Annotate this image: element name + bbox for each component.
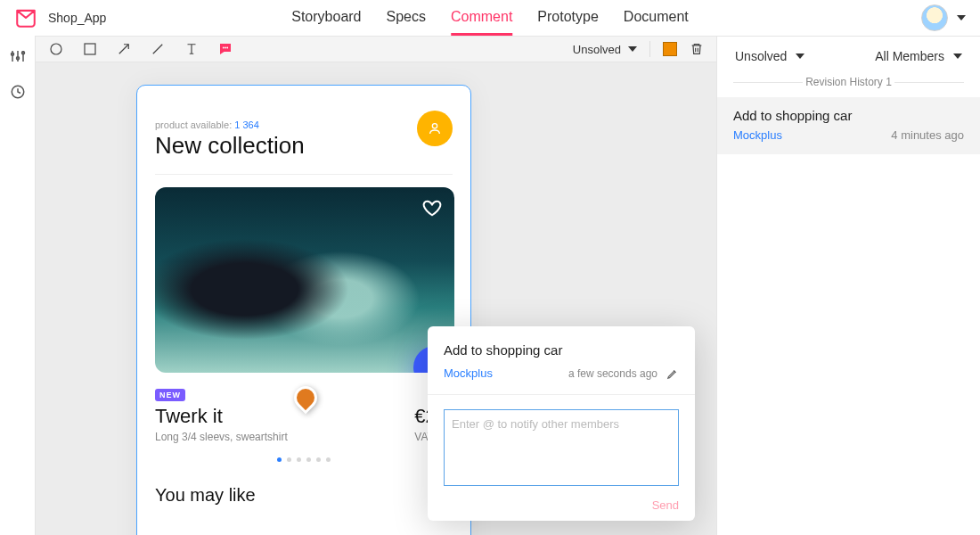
history-icon[interactable]	[10, 84, 26, 100]
svg-point-12	[225, 47, 226, 49]
artboard[interactable]: product available: 1 364 New collection	[136, 85, 471, 535]
artboard-heading: New collection	[155, 132, 453, 160]
product-subtitle: Long 3/4 sleevs, sweartshirt	[155, 431, 288, 443]
comment-item-author: Mockplus	[733, 128, 782, 142]
color-swatch[interactable]	[663, 42, 677, 56]
product-image	[155, 187, 454, 373]
comment-tool-icon[interactable]	[217, 41, 233, 57]
tab-prototype[interactable]: Prototype	[537, 1, 598, 36]
caret-down-icon	[796, 54, 804, 59]
product-card: NEW Twerk it Long 3/4 sleevs, sweartshir…	[155, 187, 453, 462]
edit-icon[interactable]	[666, 367, 679, 380]
svg-point-11	[223, 47, 225, 49]
left-icon-rail	[0, 36, 36, 535]
svg-rect-8	[85, 44, 95, 54]
topbar: Shop_App Storyboard Specs Comment Protot…	[0, 0, 980, 36]
new-badge: NEW	[155, 389, 185, 401]
svg-point-16	[432, 124, 437, 128]
divider	[649, 41, 650, 57]
toolstrip-filter-dropdown[interactable]: Unsolved	[573, 43, 637, 56]
tab-document[interactable]: Document	[624, 1, 689, 36]
heart-icon	[422, 198, 442, 218]
right-panel: Unsolved All Members Revision History 1 …	[716, 36, 980, 535]
divider	[428, 394, 695, 395]
user-avatar[interactable]	[921, 4, 948, 31]
comment-list-item[interactable]: Add to shopping car Mockplus 4 minutes a…	[717, 97, 980, 154]
user-menu-caret-icon[interactable]	[957, 15, 966, 21]
comment-popup-title: Add to shopping car	[444, 342, 679, 358]
you-may-like-heading: You may like	[155, 485, 453, 506]
canvas[interactable]: product available: 1 364 New collection	[36, 62, 716, 535]
main-tabs: Storyboard Specs Comment Prototype Docum…	[291, 1, 689, 36]
svg-line-10	[153, 45, 163, 54]
comment-author[interactable]: Mockplus	[444, 366, 493, 380]
panel-filter-members-dropdown[interactable]: All Members	[875, 49, 962, 63]
comment-popup: Add to shopping car Mockplus a few secon…	[428, 326, 695, 521]
app-logo	[14, 6, 37, 29]
tab-specs[interactable]: Specs	[387, 1, 426, 36]
text-tool-icon[interactable]	[184, 41, 200, 57]
comment-reply-input[interactable]	[444, 409, 679, 486]
caret-down-icon	[628, 46, 637, 52]
project-name: Shop_App	[48, 11, 106, 25]
comment-time: a few seconds ago	[568, 367, 657, 380]
panel-filter-status-dropdown[interactable]: Unsolved	[735, 49, 804, 63]
arrow-tool-icon[interactable]	[116, 41, 132, 57]
svg-line-9	[119, 45, 129, 54]
product-name: Twerk it	[155, 405, 288, 428]
comment-item-title: Add to shopping car	[733, 108, 964, 123]
divider	[155, 174, 453, 175]
toolstrip-filter-label: Unsolved	[573, 43, 621, 56]
tab-storyboard[interactable]: Storyboard	[291, 1, 361, 36]
revision-history-header: Revision History 1	[717, 76, 980, 97]
svg-point-7	[51, 44, 61, 54]
svg-point-13	[226, 47, 228, 49]
line-tool-icon[interactable]	[150, 41, 166, 57]
caret-down-icon	[953, 54, 962, 59]
trash-icon[interactable]	[690, 42, 704, 56]
comment-item-time: 4 minutes ago	[891, 128, 964, 142]
profile-circle-icon	[417, 111, 453, 146]
toolstrip: Unsolved	[36, 36, 716, 62]
product-available-label: product available: 1 364	[155, 119, 453, 130]
circle-tool-icon[interactable]	[48, 41, 64, 57]
sliders-icon[interactable]	[10, 48, 26, 64]
send-button[interactable]: Send	[444, 498, 679, 512]
pager-dots	[155, 457, 453, 462]
tab-comment[interactable]: Comment	[451, 1, 512, 36]
square-tool-icon[interactable]	[82, 41, 98, 57]
